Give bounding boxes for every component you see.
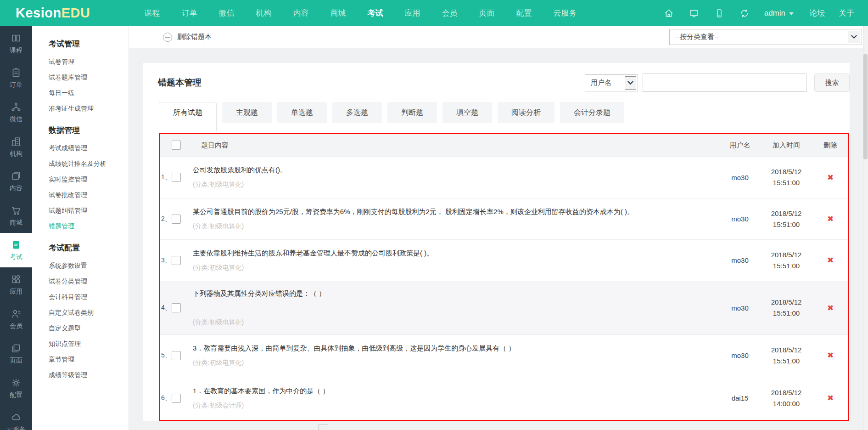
select-all-checkbox[interactable] [172,141,181,150]
submenu-item-question-bank-mgmt[interactable]: 试卷题库管理 [49,69,129,85]
submenu-item-custom-paper-type[interactable]: 自定义试卷类别 [49,305,129,320]
search-input[interactable] [643,74,806,92]
tab-fill-blank[interactable]: 填空题 [442,102,492,123]
topnav-content[interactable]: 内容 [293,8,308,18]
delete-wrongbook-button[interactable]: 删除错题本 [163,33,212,42]
submenu-item-knowledge-points[interactable]: 知识点管理 [49,336,129,351]
home-icon[interactable] [663,8,674,19]
sidebar-item-organization[interactable]: 机构 [0,130,32,164]
row-clock: 15:51:00 [773,177,800,188]
row-clock: 15:51:00 [773,219,800,230]
sidebar-item-pages[interactable]: 页面 [0,336,32,371]
monitor-icon[interactable] [689,8,700,19]
submenu-item-paper-review[interactable]: 试卷批改管理 [49,187,129,203]
sidebar-item-wechat[interactable]: 微信 [0,95,32,130]
row-time: 2018/5/12 15:51:00 [760,157,813,198]
chevron-down-icon [851,33,857,39]
delete-row-icon[interactable]: ✖ [827,173,834,182]
sidebar-item-cloud-service[interactable]: 云服务 [0,405,32,430]
sidebar-label: 配置 [10,391,22,399]
header-time-label: 加入时间 [773,140,800,151]
submenu-item-grade-level-mgmt[interactable]: 成绩等级管理 [49,367,129,383]
row-number: 5、 [160,335,172,376]
sidebar-item-exam[interactable]: 考试 [0,233,32,267]
tab-subjective[interactable]: 主观题 [222,102,272,123]
mobile-icon[interactable] [714,8,725,19]
forum-link[interactable]: 论坛 [809,8,825,18]
topnav-pages[interactable]: 页面 [479,8,494,18]
delete-row-icon[interactable]: ✖ [827,214,834,224]
scrollbar-thumb[interactable] [863,54,868,159]
delete-row-icon[interactable]: ✖ [827,351,834,360]
search-field-select[interactable]: 用户名 [585,74,638,91]
chevron-down-icon [789,12,794,15]
submenu-section-data-mgmt: 数据管理 考试成绩管理 成绩统计排名及分析 实时监控管理 试卷批改管理 试题纠错… [49,124,129,234]
submenu-item-realtime-monitor[interactable]: 实时监控管理 [49,171,129,187]
tab-multi-choice[interactable]: 多选题 [332,102,382,123]
pagination-stub[interactable] [318,424,328,430]
submenu-item-paper-category[interactable]: 试卷分类管理 [49,273,129,289]
sidebar-label: 云服务 [6,425,26,430]
tab-single-choice[interactable]: 单选题 [277,102,327,123]
submenu-item-wrong-question-mgmt[interactable]: 错题管理 [49,218,129,234]
sidebar-item-orders[interactable]: 订单 [0,61,32,95]
tab-true-false[interactable]: 判断题 [387,102,437,123]
submenu-item-score-stats[interactable]: 成绩统计排名及分析 [49,156,129,171]
topnav-organization[interactable]: 机构 [256,8,271,18]
topnav-apps[interactable]: 应用 [404,8,420,18]
row-checkbox[interactable] [172,173,181,182]
search-button[interactable]: 搜索 [814,74,850,92]
submenu-item-chapter-mgmt[interactable]: 章节管理 [49,351,129,367]
tab-all-questions[interactable]: 所有试题 [159,102,217,131]
select-arrow-button[interactable] [625,76,636,90]
topnav-mall[interactable]: 商城 [330,8,346,18]
submenu-item-question-correction[interactable]: 试题纠错管理 [49,203,129,218]
submenu-item-custom-question-type[interactable]: 自定义题型 [49,320,129,336]
main-content: 删除错题本 --按分类查看-- 错题本管理 用户名 搜索 所有试题 主观题 单选… [129,26,868,430]
row-time: 2018/5/12 15:51:00 [760,198,813,239]
delete-row-icon[interactable]: ✖ [827,393,834,403]
sidebar-item-members[interactable]: 会员 [0,302,32,336]
row-checkbox[interactable] [172,215,181,224]
admin-user-menu[interactable]: admin [764,9,794,18]
sidebar-item-mall[interactable]: 商城 [0,198,32,233]
sidebar-item-apps[interactable]: 应用 [0,267,32,302]
about-link[interactable]: 关于 [839,8,854,18]
row-checkbox[interactable] [172,256,181,265]
select-arrow-button[interactable] [848,31,860,43]
topnav-exam[interactable]: 考试 [367,8,383,18]
submenu-item-accounting-subjects[interactable]: 会计科目管理 [49,289,129,305]
row-checkbox[interactable] [172,303,181,312]
submenu-item-daily-practice[interactable]: 每日一练 [49,85,129,101]
submenu-item-score-mgmt[interactable]: 考试成绩管理 [49,140,129,156]
sync-icon[interactable] [739,8,750,19]
table-row: 5、 3．教育需要由浅入深，由简单到复杂、由具体到抽象，由低级到高级，这是因为学… [160,334,848,376]
app-logo: KesionEDU [16,6,90,21]
row-number: 2、 [160,198,172,239]
tab-reading-analysis[interactable]: 阅读分析 [498,102,554,123]
topnav-members[interactable]: 会员 [442,8,457,18]
top-navigation: 课程 订单 微信 机构 内容 商城 考试 应用 会员 页面 配置 云服务 [144,8,598,18]
topnav-orders[interactable]: 订单 [181,8,197,18]
delete-row-icon[interactable]: ✖ [827,255,834,265]
topnav-courses[interactable]: 课程 [144,8,160,18]
clipboard-icon [11,67,22,78]
logo-accent: EDU [62,6,90,20]
topnav-config[interactable]: 配置 [516,8,532,18]
delete-row-icon[interactable]: ✖ [827,303,834,313]
submenu-item-paper-mgmt[interactable]: 试卷管理 [49,54,129,69]
topnav-cloud-service[interactable]: 云服务 [553,8,577,18]
row-checkbox[interactable] [172,394,181,403]
scrollbar-track[interactable] [863,26,868,430]
category-filter-select[interactable]: --按分类查看-- [669,29,862,45]
topnav-wechat[interactable]: 微信 [218,8,234,18]
sidebar-item-content[interactable]: 内容 [0,164,32,198]
sidebar-item-courses[interactable]: 课程 [0,26,32,61]
row-username: mo30 [720,198,760,239]
submenu-item-system-params[interactable]: 系统参数设置 [49,258,129,273]
submenu-item-admission-ticket[interactable]: 准考证生成管理 [49,101,129,116]
sidebar-item-config[interactable]: 配置 [0,371,32,405]
row-checkbox[interactable] [172,351,181,360]
question-category: (分类:初级电算化) [193,359,713,367]
tab-accounting-entry[interactable]: 会计分录题 [560,102,624,123]
